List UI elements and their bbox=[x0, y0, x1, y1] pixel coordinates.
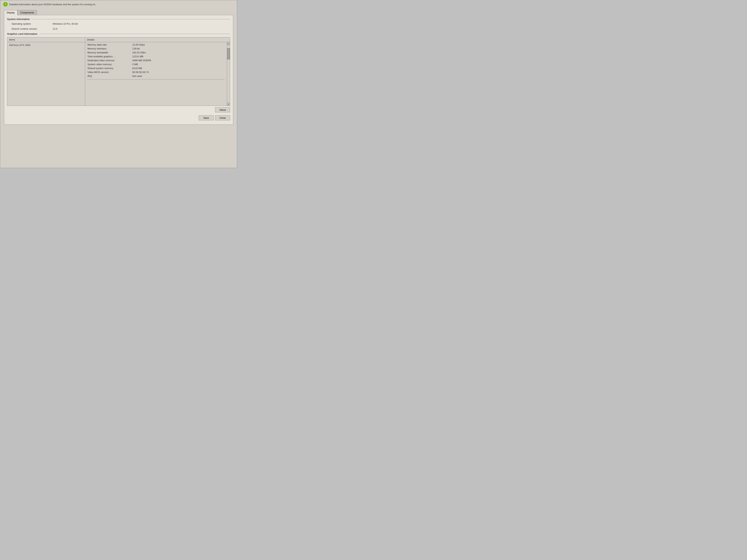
graphics-card-header: Graphics card information bbox=[7, 32, 230, 35]
detail-row: System video memory:0 MB bbox=[87, 63, 228, 66]
section-line-system bbox=[31, 19, 230, 19]
detail-row: Dedicated video memory:4096 MB GDDR6 bbox=[87, 59, 228, 62]
dialog-window: i Detailed information about your NVIDIA… bbox=[0, 0, 237, 168]
system-information-header: System information bbox=[7, 18, 230, 21]
gpu-table-body: GeForce GTX 1650 Memory data rate:12.00 … bbox=[7, 42, 230, 106]
detail-row: Shared system memory:8118 MB bbox=[87, 67, 228, 70]
detail-label: IRQ: bbox=[87, 75, 132, 77]
detail-value: 8118 MB bbox=[132, 67, 142, 70]
scrollbar-arrow-up[interactable]: ▲ bbox=[227, 42, 230, 45]
detail-value: 12.00 Gbps bbox=[132, 43, 145, 46]
os-label: Operating system: bbox=[11, 22, 53, 25]
detail-label: Dedicated video memory: bbox=[87, 59, 132, 62]
detail-label: Memory data rate: bbox=[87, 43, 132, 46]
detail-label: Total available graphics ... bbox=[87, 55, 132, 58]
os-value: Windows 10 Pro, 64-bit bbox=[53, 22, 78, 25]
close-button[interactable]: Close bbox=[215, 115, 230, 121]
detail-value: 12214 MB bbox=[132, 55, 143, 58]
system-information-title: System information bbox=[7, 18, 30, 21]
detail-label: Memory bandwidth: bbox=[87, 51, 132, 54]
detail-label: Video BIOS version: bbox=[87, 71, 132, 74]
detail-row: Total available graphics ...12214 MB bbox=[87, 55, 228, 58]
detail-label: Shared system memory: bbox=[87, 67, 132, 70]
detail-row: Video BIOS version:90.06.5E.00.74 bbox=[87, 71, 228, 74]
detail-label: System video memory: bbox=[87, 63, 132, 66]
header-banner: i Detailed information about your NVIDIA… bbox=[0, 0, 237, 6]
gpu-details-cell: Memory data rate:12.00 GbpsMemory interf… bbox=[85, 42, 230, 106]
items-column-header: Items bbox=[7, 37, 85, 42]
detail-value: 90.06.5E.00.74 bbox=[132, 71, 149, 74]
directx-label: DirectX runtime version: bbox=[11, 27, 53, 30]
section-line-graphics bbox=[40, 34, 230, 34]
scrollbar-thumb[interactable] bbox=[227, 48, 230, 59]
tab-components[interactable]: Components bbox=[18, 10, 37, 15]
detail-row: Memory bandwidth:192.03 GB/s bbox=[87, 51, 228, 54]
directx-row: DirectX runtime version: 12.0 bbox=[7, 27, 230, 30]
main-panel: System information Operating system: Win… bbox=[4, 15, 233, 125]
detail-value: 4096 MB GDDR6 bbox=[132, 59, 151, 62]
about-button-row: About bbox=[7, 107, 230, 112]
directx-value: 12.0 bbox=[53, 27, 57, 30]
scrollbar-track[interactable]: ▲ ▼ bbox=[227, 42, 230, 106]
os-row: Operating system: Windows 10 Pro, 64-bit bbox=[7, 22, 230, 25]
gpu-table-header: Items Details bbox=[7, 37, 230, 42]
gpu-name-cell: GeForce GTX 1650 bbox=[7, 42, 85, 106]
nvidia-icon: i bbox=[3, 2, 8, 6]
bottom-buttons-row: Save Close bbox=[7, 115, 230, 122]
details-column-header: Details bbox=[85, 37, 230, 42]
scrollbar-arrow-down[interactable]: ▼ bbox=[227, 103, 230, 106]
header-text: Detailed information about your NVIDIA h… bbox=[9, 3, 96, 6]
detail-row: Memory interface:128-bit bbox=[87, 47, 228, 50]
tabs-row: Display Components bbox=[4, 10, 233, 15]
main-content-area: Display Components System information Op… bbox=[0, 8, 237, 127]
detail-value: 128-bit bbox=[132, 47, 140, 50]
graphics-card-title: Graphics card information bbox=[7, 32, 37, 35]
gpu-name: GeForce GTX 1650 bbox=[9, 44, 30, 47]
about-button[interactable]: About bbox=[215, 107, 230, 112]
detail-value: 192.03 GB/s bbox=[132, 51, 146, 54]
detail-value: Not used bbox=[132, 75, 142, 77]
detail-rows-container: Memory data rate:12.00 GbpsMemory interf… bbox=[87, 43, 228, 77]
details-separator bbox=[87, 79, 225, 80]
detail-row: IRQ:Not used bbox=[87, 75, 228, 77]
detail-value: 0 MB bbox=[132, 63, 138, 66]
detail-label: Memory interface: bbox=[87, 47, 132, 50]
tab-display[interactable]: Display bbox=[4, 10, 18, 15]
save-button[interactable]: Save bbox=[199, 115, 214, 121]
gpu-table: Items Details GeForce GTX 1650 Memory da… bbox=[7, 37, 230, 106]
detail-row: Memory data rate:12.00 Gbps bbox=[87, 43, 228, 46]
